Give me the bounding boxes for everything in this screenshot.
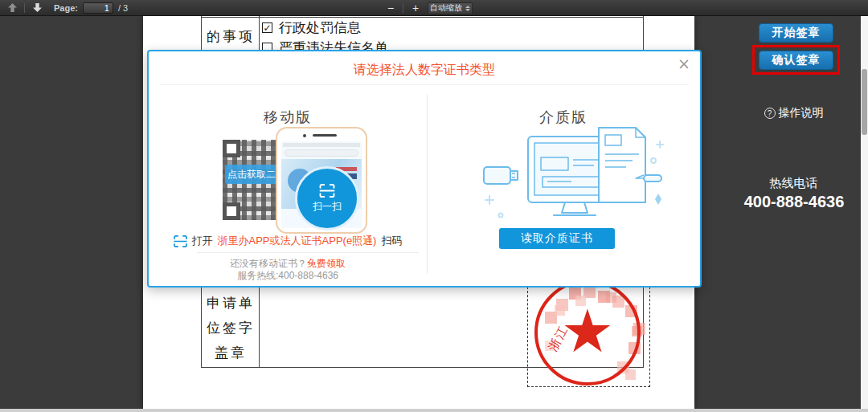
media-version-heading: 介质版 [427,108,700,127]
media-illustration [481,125,666,226]
certificate-type-dialog: 请选择法人数字证书类型 × 移动版 点击获取二维码 扫一扫 [147,50,702,288]
dialog-divider [160,84,689,85]
table-line [201,17,644,18]
sparkle-icon [655,194,661,205]
read-media-cert-button[interactable]: 读取介质证书 [499,228,615,249]
page-label: Page: [54,3,78,13]
scrollbar-thumb[interactable] [862,69,867,135]
help-label: 操作说明 [779,106,824,120]
dialog-title: 请选择法人数字证书类型 [149,62,700,79]
scrollbar-track[interactable] [861,16,868,409]
mobile-divider [197,252,419,253]
scan-icon [174,235,187,247]
sign-cell-line: 申请单 [203,294,259,312]
confirm-sign-highlight [752,45,840,75]
zoom-out-button[interactable]: − [384,1,397,15]
checkbox-checked-icon: ✓ [262,22,272,33]
scan-icon [319,184,335,198]
toolbar-left-group: Page: / 3 [0,2,128,14]
app-names: 浙里办APP或法人证书APP(e照通) [218,234,377,248]
computer-usb-icon [481,125,666,223]
close-icon[interactable]: × [678,55,690,72]
page-up-button[interactable] [5,2,19,14]
mobile-version-heading: 移动版 [149,108,427,127]
page-number-input[interactable] [83,2,113,14]
phone-statusbar [283,143,360,147]
toolbar-separator [24,3,25,13]
no-cert-text: 还没有移动证书？ [230,258,307,269]
phone-searchbar [285,149,358,157]
phone-speaker-icon [313,134,337,137]
scan-label: 扫一扫 [313,200,342,214]
start-sign-button[interactable]: 开始签章 [759,23,833,43]
doc-check1-label: 行政处罚信息 [279,18,361,37]
sign-cell-line: 位签字 [203,319,259,337]
toolbar-zoom-group: − + 自动缩放 [384,0,473,16]
question-circle-icon: ? [764,108,776,119]
pdf-toolbar: Page: / 3 − + 自动缩放 [0,0,868,16]
doc-checkbox-row: ✓ 行政处罚信息 [262,18,361,37]
phone-camera-icon [303,134,306,137]
open-prefix: 打开 [192,234,213,248]
qr-finder-icon [223,202,240,220]
open-suffix: 扫码 [381,234,402,248]
service-hotline: 服务热线:400-888-4636 [149,269,427,283]
sign-cell-line: 盖章 [203,344,259,362]
free-get-link[interactable]: 免费领取 [307,258,346,269]
select-arrows-icon [465,6,470,11]
arrow-down-icon [33,3,42,12]
hotline-label: 热线电话 [747,176,840,191]
qr-finder-icon [223,140,240,157]
hotline-number: 400-888-4636 [738,193,850,211]
zoom-in-button[interactable]: + [409,1,422,15]
doc-row-label: 的事项 [204,27,257,46]
page-down-button[interactable] [30,2,44,14]
toolbar-separator [403,3,403,13]
arrow-up-icon [8,3,17,12]
scan-instruction: 打开 浙里办APP或法人证书APP(e照通) 扫码 [149,234,427,248]
zoom-mode-value: 自动缩放 [430,2,462,14]
scan-badge: 扫一扫 [295,166,359,230]
help-link[interactable]: ? 操作说明 [747,106,840,120]
page-total: / 3 [118,3,128,13]
window-bottom-edge [0,409,868,412]
zoom-mode-select[interactable]: 自动缩放 [428,2,473,14]
